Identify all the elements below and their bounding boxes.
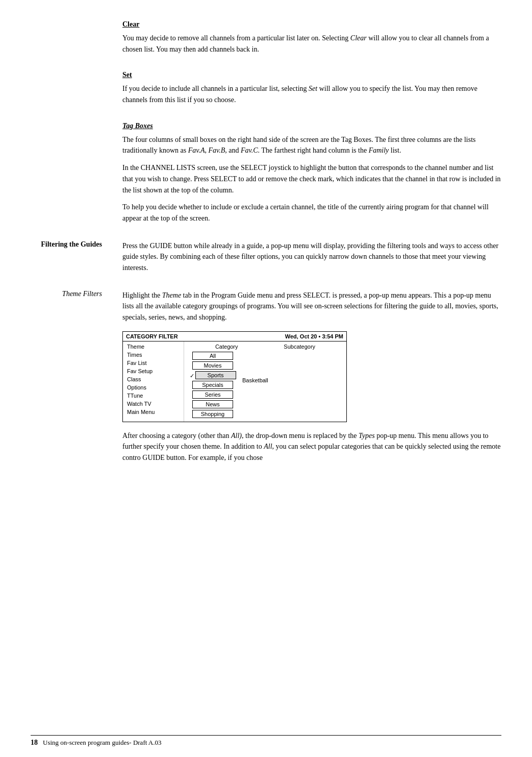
- after-choosing-para1: After choosing a category (other than Al…: [122, 430, 501, 463]
- filtering-section: Filtering the Guides Press the GUIDE but…: [31, 240, 501, 280]
- theme-filters-right: Highlight the Theme tab in the Program G…: [122, 290, 501, 470]
- filter-menu-favlist[interactable]: Fav List: [123, 359, 184, 367]
- filter-subcat-col: Basketball: [242, 352, 268, 383]
- tagboxes-para2: In the CHANNEL LISTS screen, use the SEL…: [122, 162, 501, 196]
- filter-ui-header: CATEGORY FILTER Wed, Oct 20 • 3:54 PM: [123, 332, 346, 341]
- clear-para1: You may decide to remove all channels fr…: [122, 33, 501, 55]
- filter-cat-sports-row: ✓ Sports: [190, 371, 236, 381]
- filter-menu-theme[interactable]: Theme: [123, 343, 184, 351]
- filter-cat-news[interactable]: News: [192, 400, 233, 408]
- tagboxes-left: [31, 122, 122, 230]
- filter-menu-favsetup[interactable]: Fav Setup: [123, 367, 184, 375]
- tagboxes-section: Tag Boxes The four columns of small boxe…: [31, 122, 501, 230]
- filter-right-col: Category Subcategory All Movies ✓ Sports: [184, 341, 346, 422]
- page-number: 18: [31, 739, 38, 747]
- tagboxes-para1: The four columns of small boxes on the r…: [122, 134, 501, 156]
- filter-cat-movies[interactable]: Movies: [192, 361, 233, 370]
- filtering-label: Filtering the Guides: [31, 240, 112, 249]
- clear-heading: Clear: [122, 20, 501, 29]
- theme-filters-section: Theme Filters Highlight the Theme tab in…: [31, 290, 501, 470]
- theme-filters-left: Theme Filters: [31, 290, 122, 470]
- filter-cat-col: All Movies ✓ Sports Specials Series News…: [187, 352, 238, 420]
- filter-menu-col: Theme Times Fav List Fav Setup Class Opt…: [123, 341, 184, 422]
- filter-menu-watchtv[interactable]: Watch TV: [123, 400, 184, 408]
- filter-ui-title: CATEGORY FILTER: [126, 333, 178, 339]
- set-para1: If you decide to include all channels in…: [122, 83, 501, 105]
- clear-section: Clear You may decide to remove all chann…: [31, 20, 501, 61]
- filter-cat-specials[interactable]: Specials: [192, 381, 233, 389]
- set-right: Set If you decide to include all channel…: [122, 71, 501, 111]
- tagboxes-right: Tag Boxes The four columns of small boxe…: [122, 122, 501, 230]
- tagboxes-heading: Tag Boxes: [122, 122, 501, 130]
- page-content: Clear You may decide to remove all chann…: [0, 0, 532, 510]
- filter-cat-all[interactable]: All: [192, 352, 233, 360]
- clear-right: Clear You may decide to remove all chann…: [122, 20, 501, 61]
- page-footer: 18 Using on-screen program guides- Draft…: [31, 735, 501, 747]
- checkmark-icon: ✓: [190, 373, 194, 379]
- filtering-para1: Press the GUIDE button while already in …: [122, 240, 501, 274]
- set-heading: Set: [122, 71, 501, 79]
- set-left: [31, 71, 122, 111]
- filter-cat-series[interactable]: Series: [192, 390, 233, 399]
- filter-ui-datetime: Wed, Oct 20 • 3:54 PM: [285, 333, 343, 339]
- subcategory-header: Subcategory: [284, 344, 315, 350]
- tagboxes-para3: To help you decide whether to include or…: [122, 202, 501, 224]
- footer-text: Using on-screen program guides- Draft A.…: [43, 739, 162, 747]
- theme-filters-para1: Highlight the Theme tab in the Program G…: [122, 290, 501, 323]
- filter-cat-sports[interactable]: Sports: [195, 371, 236, 379]
- set-section: Set If you decide to include all channel…: [31, 71, 501, 111]
- filter-ui-body: Theme Times Fav List Fav Setup Class Opt…: [123, 341, 346, 422]
- category-header: Category: [215, 344, 238, 350]
- filter-categories: All Movies ✓ Sports Specials Series News…: [187, 352, 343, 420]
- filter-cat-shopping[interactable]: Shopping: [192, 410, 233, 418]
- subcategory-value: Basketball: [242, 377, 268, 383]
- category-filter-ui: CATEGORY FILTER Wed, Oct 20 • 3:54 PM Th…: [122, 331, 347, 422]
- filter-col-headers: Category Subcategory: [187, 344, 343, 350]
- theme-filters-label: Theme Filters: [31, 290, 112, 298]
- filter-menu-mainmenu[interactable]: Main Menu: [123, 408, 184, 416]
- filter-menu-ttune[interactable]: TTune: [123, 392, 184, 400]
- filtering-left: Filtering the Guides: [31, 240, 122, 280]
- clear-left: [31, 20, 122, 61]
- filter-menu-times[interactable]: Times: [123, 351, 184, 359]
- filter-menu-options[interactable]: Options: [123, 383, 184, 392]
- filter-menu-class[interactable]: Class: [123, 375, 184, 383]
- filtering-right: Press the GUIDE button while already in …: [122, 240, 501, 280]
